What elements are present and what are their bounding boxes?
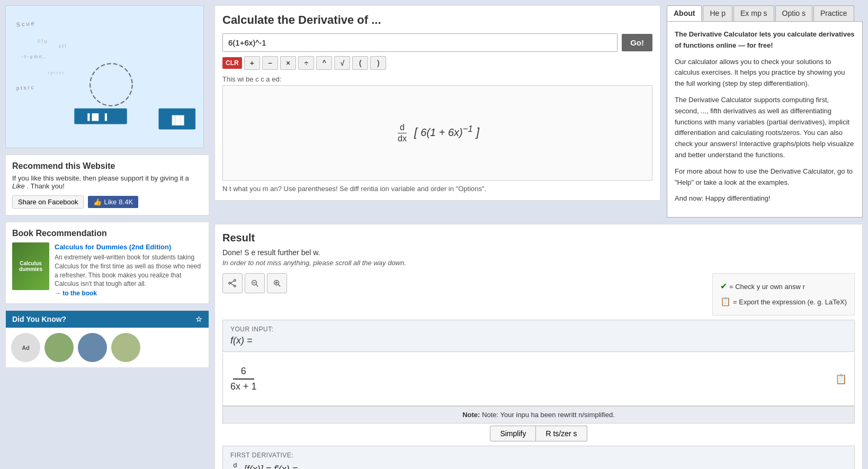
svg-text:s  t  l: s t l bbox=[58, 43, 66, 49]
fraction-result: 6 6x + 1 bbox=[230, 366, 257, 392]
note-label: Note: bbox=[462, 411, 480, 419]
svg-line-21 bbox=[279, 285, 281, 287]
simplify-button[interactable]: Simplify bbox=[490, 426, 536, 441]
note-bar: Note: Note: Your inpu ha been rewritt n/… bbox=[222, 406, 855, 423]
about-intro-bold: The Derivative Calculator lets you calcu… bbox=[675, 30, 855, 49]
close-paren-button[interactable]: ) bbox=[370, 56, 386, 70]
book-info: Calculus for Dummies (2nd Edition) An ex… bbox=[55, 242, 202, 297]
zoom-out-button[interactable] bbox=[245, 273, 265, 293]
book-title-link[interactable]: Calculus for Dummies (2nd Edition) bbox=[55, 243, 171, 251]
clear-button[interactable]: CLR bbox=[222, 57, 242, 69]
svg-line-18 bbox=[256, 285, 258, 287]
roots-zeros-button[interactable]: R ts/zer s bbox=[536, 426, 587, 441]
left-sidebar: S c u e c l u - t - y m n... r p t r s t… bbox=[5, 5, 209, 469]
recommend-section: Recommend this Website If you like this … bbox=[5, 155, 209, 215]
math-preview: d dx [ 6(1 + 6x)−1 ] bbox=[396, 123, 479, 143]
svg-text:- t  -  y  m  n...: - t - y m n... bbox=[22, 54, 46, 59]
svg-line-16 bbox=[230, 283, 234, 285]
check-legend: ✔ = Check y ur own answ r 📋 = Export the… bbox=[712, 273, 855, 315]
input-math: f(x) = bbox=[230, 335, 847, 346]
checkmark-icon: ✔ bbox=[720, 282, 727, 291]
done-text: Done! S e result further bel w. bbox=[222, 248, 855, 257]
calculator-section: Calculate the Derivative of ... Go! CLR … bbox=[214, 5, 660, 201]
svg-text:▌█▌  ▐: ▌█▌ ▐ bbox=[87, 113, 108, 121]
input-display: YOUR INPUT: f(x) = bbox=[222, 320, 855, 352]
about-p3: For more about how to use the Derivative… bbox=[675, 166, 855, 188]
did-you-know-header: Did You Know? ☆ bbox=[6, 311, 209, 328]
tab-options[interactable]: Optio s bbox=[775, 5, 812, 21]
calc-buttons: CLR + − × ÷ ^ √ ( ) bbox=[222, 56, 652, 70]
svg-point-13 bbox=[234, 285, 236, 287]
first-deriv-math: d dx [f(x)] = f′(x) = bbox=[230, 461, 847, 469]
divide-button[interactable]: ÷ bbox=[298, 56, 314, 70]
tab-help[interactable]: He p bbox=[703, 5, 732, 21]
multiply-button[interactable]: × bbox=[280, 56, 296, 70]
fraction-denominator: 6x + 1 bbox=[230, 381, 257, 392]
tabs-bar: About He p Ex mp s Optio s Practice bbox=[667, 5, 863, 21]
book-section: Book Recommendation Calculusdummies Calc… bbox=[5, 222, 209, 304]
did-you-know-body: Ad bbox=[6, 328, 209, 367]
minus-button[interactable]: − bbox=[262, 56, 278, 70]
ad-box: S c u e c l u - t - y m n... r p t r s t… bbox=[5, 5, 204, 148]
about-p4: And now: Happy differentiating! bbox=[675, 193, 855, 204]
book-link[interactable]: → to the book bbox=[55, 290, 97, 297]
first-deriv-label: FIRST DERIVATIVE: bbox=[230, 452, 847, 459]
recommend-heading: Recommend this Website bbox=[12, 161, 202, 171]
fraction-numerator: 6 bbox=[233, 366, 254, 380]
right-panel: About He p Ex mp s Optio s Practice bbox=[667, 5, 863, 218]
input-label: YOUR INPUT: bbox=[230, 326, 847, 333]
bookmark-icon: ☆ bbox=[195, 315, 202, 323]
book-description: An extremely well-written book for stude… bbox=[55, 253, 202, 288]
power-button[interactable]: ^ bbox=[316, 56, 332, 70]
export-result-button[interactable]: 📋 bbox=[835, 373, 847, 385]
main-content: Calculate the Derivative of ... Go! CLR … bbox=[214, 5, 863, 469]
hint-text: This wi be c c a ed: bbox=[222, 75, 652, 83]
go-button[interactable]: Go! bbox=[622, 34, 652, 51]
about-p1: Our calculator allows you to check your … bbox=[675, 57, 855, 89]
book-heading: Book Recommendation bbox=[12, 229, 202, 238]
open-paren-button[interactable]: ( bbox=[352, 56, 368, 70]
expression-input[interactable] bbox=[222, 33, 618, 52]
note-text: Note: Your inpu ha been rewritt n/simpli… bbox=[482, 411, 615, 419]
tab-examples[interactable]: Ex mp s bbox=[733, 5, 774, 21]
check-legend-check: ✔ = Check y ur own answ r bbox=[720, 279, 847, 294]
tab-content-about: The Derivative Calculator lets you calcu… bbox=[667, 21, 863, 218]
export-icon: 📋 bbox=[720, 297, 731, 306]
zoom-in-button[interactable] bbox=[267, 273, 287, 293]
tab-practice[interactable]: Practice bbox=[813, 5, 854, 21]
plus-button[interactable]: + bbox=[244, 56, 260, 70]
ad-circle: Ad bbox=[11, 333, 40, 362]
svg-point-14 bbox=[229, 282, 231, 284]
svg-text:r  p t  r s  t: r p t r s t bbox=[48, 70, 64, 75]
not-mean-text: N t what you m an? Use parentheses! Se d… bbox=[222, 185, 652, 193]
scroll-note: In order to not miss anything, please sc… bbox=[222, 259, 855, 267]
svg-text:▐█▌: ▐█▌ bbox=[169, 115, 187, 125]
svg-point-12 bbox=[234, 279, 236, 282]
book-item: Calculusdummies Calculus for Dummies (2n… bbox=[12, 242, 202, 297]
dyk-image-3 bbox=[111, 333, 140, 362]
dyk-image-1 bbox=[44, 333, 74, 362]
fraction-display: 6 6x + 1 📋 bbox=[222, 353, 855, 406]
preview-box: d dx [ 6(1 + 6x)−1 ] bbox=[222, 85, 652, 181]
svg-text:p  t s  r  c: p t s r c bbox=[16, 84, 33, 91]
action-buttons: Simplify R ts/zer s bbox=[222, 426, 855, 441]
tab-about[interactable]: About bbox=[667, 5, 702, 21]
recommend-text: If you like this website, then please su… bbox=[12, 174, 202, 190]
check-legend-export: 📋 = Export the expression (e. g. LaTeX) bbox=[720, 294, 847, 310]
result-toolbar bbox=[222, 273, 287, 293]
social-buttons: Share on Facebook 👍 Like 8.4K bbox=[12, 195, 202, 209]
result-section: Result Done! S e result further bel w. I… bbox=[214, 224, 863, 469]
about-p2: The Derivative Calculator supports compu… bbox=[675, 95, 855, 161]
dyk-image-2 bbox=[78, 333, 107, 362]
ad-image: S c u e c l u - t - y m n... r p t r s t… bbox=[6, 6, 203, 148]
share-facebook-button[interactable]: Share on Facebook bbox=[12, 195, 84, 209]
thumbs-up-icon: 👍 bbox=[93, 198, 102, 206]
did-you-know-section: Did You Know? ☆ Ad bbox=[5, 310, 209, 368]
share-button[interactable] bbox=[222, 273, 243, 293]
sqrt-button[interactable]: √ bbox=[334, 56, 350, 70]
result-title: Result bbox=[222, 232, 855, 244]
svg-text:c  l  u: c l u bbox=[38, 38, 48, 44]
svg-line-15 bbox=[230, 281, 234, 283]
like-button[interactable]: 👍 Like 8.4K bbox=[88, 196, 138, 208]
book-cover: Calculusdummies bbox=[12, 242, 49, 290]
